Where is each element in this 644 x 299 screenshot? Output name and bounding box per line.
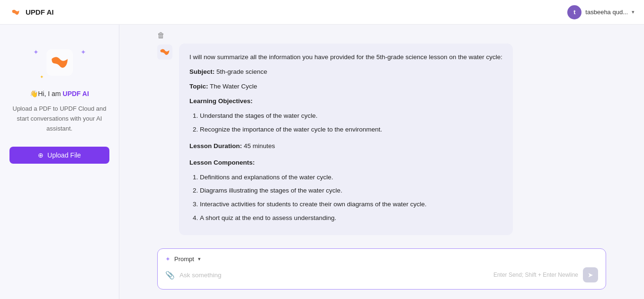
user-avatar: t: [567, 5, 581, 19]
sparkle-top-right-icon: ✦: [80, 48, 86, 56]
attach-icon[interactable]: 📎: [165, 271, 175, 280]
list-item: Interactive activities for students to c…: [200, 199, 502, 210]
chevron-down-icon: ▾: [632, 9, 635, 15]
sparkle-bottom-icon: ✦: [40, 74, 44, 79]
topic-value: The Water Cycle: [208, 83, 258, 90]
upload-label: Upload File: [47, 151, 81, 159]
input-area: ✦ Prompt ▾ 📎 Enter Send; Shift + Enter N…: [157, 248, 606, 299]
sparkle-top-left-icon: ✦: [33, 48, 39, 56]
duration-value: 45 minutes: [242, 142, 275, 150]
list-item: A short quiz at the end to assess unders…: [200, 213, 502, 224]
upload-icon: ⊕: [38, 151, 44, 159]
chat-toolbar: 🗑: [157, 25, 606, 44]
updf-logo-icon: [9, 6, 22, 18]
prompt-label: Prompt: [174, 255, 194, 263]
objectives-list: Understand the stages of the water cycle…: [189, 111, 502, 135]
ai-message: I will now summarize all the information…: [157, 44, 606, 235]
prompt-sparkle-icon: ✦: [165, 255, 170, 263]
main-layout: ✦ ✦ ✦ 👋Hi, I am UPDF AI Upload a PDF to …: [0, 25, 644, 299]
header: UPDF AI t tasbeeha qud... ▾: [0, 0, 644, 25]
ai-subject-line: Subject: 5th-grade science: [189, 67, 502, 78]
duration-label: Lesson Duration:: [189, 142, 242, 150]
upload-file-button[interactable]: ⊕ Upload File: [9, 147, 109, 164]
list-item: Diagrams illustrating the stages of the …: [200, 185, 502, 196]
ai-duration-line: Lesson Duration: 45 minutes: [189, 141, 502, 152]
prompt-dropdown-icon[interactable]: ▾: [198, 256, 201, 262]
send-button[interactable]: ➤: [583, 267, 598, 282]
sidebar: ✦ ✦ ✦ 👋Hi, I am UPDF AI Upload a PDF to …: [0, 25, 119, 299]
messages-list: I will now summarize all the information…: [157, 44, 606, 248]
delete-conversation-icon[interactable]: 🗑: [157, 31, 165, 40]
chat-area: 🗑 I will now summarize all the informati…: [119, 25, 644, 299]
ai-objectives-header: Learning Objectives:: [189, 96, 502, 107]
subject-value: 5th-grade science: [215, 68, 267, 75]
input-hint: Enter Send; Shift + Enter Newline: [493, 272, 578, 278]
sidebar-greeting: 👋Hi, I am UPDF AI: [30, 90, 89, 97]
objectives-label: Learning Objectives:: [189, 97, 253, 105]
logo-area: UPDF AI: [9, 6, 54, 18]
user-name: tasbeeha qud...: [585, 9, 628, 16]
list-item: Recognize the importance of the water cy…: [200, 124, 502, 135]
topic-label: Topic:: [189, 83, 208, 90]
ai-message-bubble: I will now summarize all the information…: [179, 44, 513, 235]
input-box: ✦ Prompt ▾ 📎 Enter Send; Shift + Enter N…: [157, 248, 606, 290]
app-title: UPDF AI: [26, 8, 54, 16]
ai-intro-text: I will now summarize all the information…: [189, 52, 502, 63]
ai-components-header: Lesson Components:: [189, 158, 502, 168]
sidebar-description: Upload a PDF to UPDF Cloud and start con…: [9, 104, 109, 133]
components-label: Lesson Components:: [189, 159, 255, 166]
sidebar-illustration: ✦ ✦ ✦: [31, 44, 88, 81]
input-bottom-row: 📎 Enter Send; Shift + Enter Newline ➤: [165, 267, 598, 282]
ai-logo-large-icon: [46, 49, 73, 76]
list-item: Understand the stages of the water cycle…: [200, 111, 502, 122]
components-list: Definitions and explanations of the wate…: [189, 172, 502, 224]
subject-label: Subject:: [189, 68, 215, 75]
ai-message-avatar: [157, 44, 172, 60]
list-item: Definitions and explanations of the wate…: [200, 172, 502, 183]
send-icon: ➤: [588, 271, 593, 279]
ask-input[interactable]: [179, 272, 489, 279]
ai-topic-line: Topic: The Water Cycle: [189, 81, 502, 92]
brand-name: UPDF AI: [63, 90, 89, 97]
input-top-row: ✦ Prompt ▾: [165, 255, 598, 263]
user-menu[interactable]: t tasbeeha qud... ▾: [567, 5, 635, 19]
